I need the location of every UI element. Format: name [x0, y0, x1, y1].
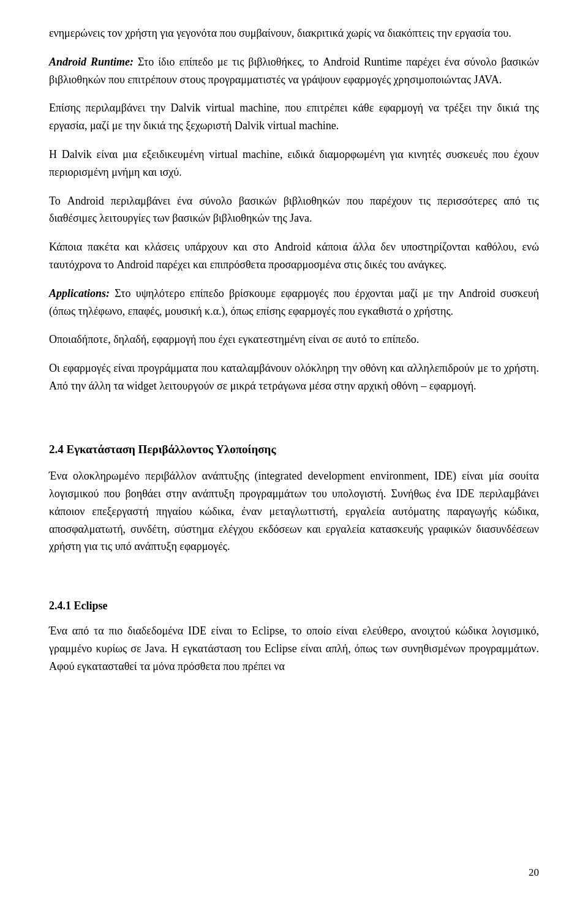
spacer-1 — [49, 406, 539, 418]
paragraph-10-text: Ένα ολοκληρωμένο περιβάλλον ανάπτυξης (i… — [49, 470, 539, 552]
paragraph-5: Το Android περιλαμβάνει ένα σύνολο βασικ… — [49, 192, 539, 228]
page-number: 20 — [529, 864, 539, 881]
paragraph-10: Ένα ολοκληρωμένο περιβάλλον ανάπτυξης (i… — [49, 467, 539, 555]
page: ενημερώνεις τον χρήστη για γεγονότα που … — [0, 0, 588, 899]
paragraph-1-text: ενημερώνεις τον χρήστη για γεγονότα που … — [49, 27, 511, 39]
paragraph-applications: Applications: Στο υψηλότερο επίπεδο βρίσ… — [49, 285, 539, 320]
android-runtime-lead: Android Runtime: — [49, 56, 134, 68]
spacer-2 — [49, 566, 539, 579]
paragraph-3-text: Επίσης περιλαμβάνει την Dalvik virtual m… — [49, 102, 539, 132]
paragraph-5-text: Το Android περιλαμβάνει ένα σύνολο βασικ… — [49, 195, 539, 225]
paragraph-3: Επίσης περιλαμβάνει την Dalvik virtual m… — [49, 99, 539, 135]
paragraph-4-text: Η Dalvik είναι μια εξειδικευμένη virtual… — [49, 148, 539, 178]
paragraph-11-text: Ένα από τα πιο διαδεδομένα IDE είναι το … — [49, 625, 539, 672]
paragraph-9: Οι εφαρμογές είναι προγράμματα που καταλ… — [49, 359, 539, 395]
paragraph-8: Οποιαδήποτε, δηλαδή, εφαρμογή που έχει ε… — [49, 331, 539, 348]
paragraph-6: Κάποια πακέτα και κλάσεις υπάρχουν και σ… — [49, 238, 539, 274]
applications-lead: Applications: — [49, 287, 110, 299]
paragraph-android-runtime: Android Runtime: Στο ίδιο επίπεδο με τις… — [49, 53, 539, 89]
paragraph-1: ενημερώνεις τον χρήστη για γεγονότα που … — [49, 24, 539, 42]
paragraph-8-text: Οποιαδήποτε, δηλαδή, εφαρμογή που έχει ε… — [49, 333, 419, 345]
section-241-heading: 2.4.1 Eclipse — [49, 597, 539, 615]
paragraph-9-text: Οι εφαρμογές είναι προγράμματα που καταλ… — [49, 362, 539, 392]
section-24-heading: 2.4 Εγκατάσταση Περιβάλλοντος Υλοποίησης — [49, 440, 539, 459]
paragraph-11: Ένα από τα πιο διαδεδομένα IDE είναι το … — [49, 622, 539, 675]
paragraph-4: Η Dalvik είναι μια εξειδικευμένη virtual… — [49, 146, 539, 181]
paragraph-6-text: Κάποια πακέτα και κλάσεις υπάρχουν και σ… — [49, 241, 539, 271]
applications-text: Στο υψηλότερο επίπεδο βρίσκουμε εφαρμογέ… — [49, 287, 539, 317]
